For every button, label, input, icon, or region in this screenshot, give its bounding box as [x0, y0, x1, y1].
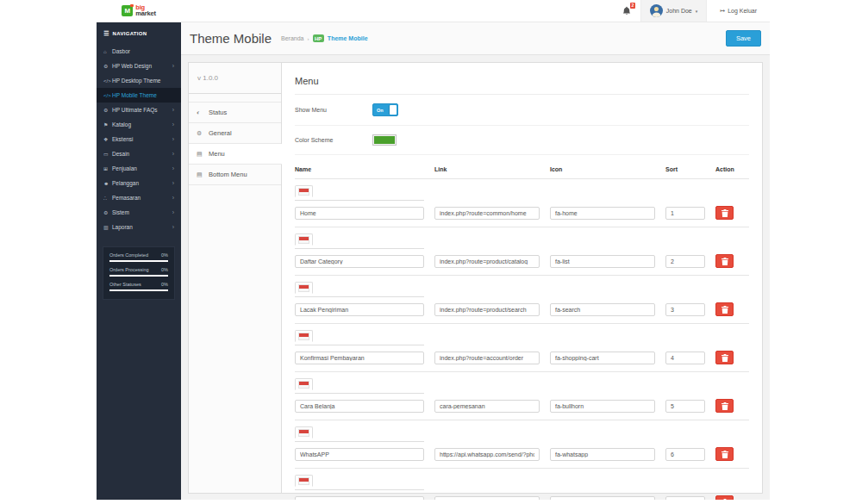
- name-input[interactable]: [295, 303, 424, 316]
- sort-input[interactable]: [665, 496, 705, 501]
- icon-input[interactable]: [550, 303, 655, 316]
- sidebar-item-desain[interactable]: ▭ Desain ›: [97, 146, 181, 161]
- sign-out-icon: ↦: [720, 8, 725, 15]
- sidebar-item-penjualan[interactable]: ⊞ Penjualan ›: [97, 161, 181, 176]
- language-tab[interactable]: [295, 378, 313, 390]
- stat-progress-bar: [109, 260, 168, 262]
- notifications-button[interactable]: 2: [613, 0, 640, 22]
- show-menu-label: Show Menu: [295, 107, 372, 113]
- col-action: Action: [715, 166, 750, 172]
- sort-input[interactable]: [665, 207, 705, 220]
- sidebar-item-icon: ⊞: [103, 165, 112, 171]
- logout-label: Log Keluar: [728, 8, 757, 14]
- sort-input[interactable]: [665, 400, 705, 413]
- icon-input[interactable]: [550, 448, 655, 461]
- name-input[interactable]: [295, 255, 424, 268]
- delete-row-button[interactable]: [715, 447, 734, 461]
- language-tab[interactable]: [295, 475, 313, 487]
- link-input[interactable]: [434, 448, 540, 461]
- link-input[interactable]: [434, 303, 540, 316]
- language-tab[interactable]: [295, 330, 313, 342]
- delete-row-button[interactable]: [715, 254, 734, 268]
- link-input[interactable]: [434, 496, 540, 501]
- language-tab[interactable]: [295, 185, 313, 197]
- icon-input[interactable]: [550, 352, 655, 364]
- menu-row: [295, 469, 749, 500]
- sort-input[interactable]: [665, 448, 705, 461]
- trash-icon: [721, 306, 728, 314]
- stat-label: Other Statuses: [109, 282, 141, 287]
- tab-menu[interactable]: ▤ Menu: [189, 144, 282, 165]
- color-scheme-picker[interactable]: [372, 134, 397, 146]
- color-scheme-label: Color Scheme: [295, 137, 372, 143]
- stat-value: 0%: [161, 282, 168, 287]
- link-input[interactable]: [434, 207, 540, 220]
- show-menu-toggle[interactable]: On: [372, 103, 398, 116]
- sidebar-item-pelanggan[interactable]: ☻ Pelanggan ›: [97, 176, 181, 190]
- tab-general[interactable]: ⚙ General: [189, 123, 281, 144]
- delete-row-button[interactable]: [715, 302, 734, 316]
- color-scheme-swatch: [374, 136, 395, 144]
- link-input[interactable]: [434, 352, 540, 364]
- language-tab-strip: [295, 377, 424, 394]
- sidebar-item-icon: ⚑: [103, 121, 112, 128]
- tab-status[interactable]: ◐ Status: [189, 102, 281, 123]
- sort-input[interactable]: [665, 255, 705, 268]
- chevron-right-icon: ›: [172, 121, 174, 128]
- name-input[interactable]: [295, 400, 424, 413]
- brand-logo[interactable]: M big market: [97, 0, 181, 22]
- sidebar-item-hp-desktop-theme[interactable]: </> HP Desktop Theme ›: [97, 73, 181, 88]
- sidebar-item-icon: ∴: [103, 195, 112, 201]
- menu-row: [295, 372, 749, 420]
- sidebar-item-hp-web-design[interactable]: ⚙ HP Web Design ›: [97, 59, 181, 73]
- logout-button[interactable]: ↦ Log Keluar: [707, 0, 770, 22]
- panel-tab-icon: ⚙: [197, 130, 204, 137]
- sidebar-item-ekstensi[interactable]: ❖ Ekstensi ›: [97, 132, 181, 146]
- sidebar-stat: Orders Completed 0%: [109, 252, 168, 262]
- link-input[interactable]: [434, 255, 540, 268]
- icon-input[interactable]: [550, 496, 655, 501]
- delete-row-button[interactable]: [715, 206, 734, 220]
- icon-input[interactable]: [550, 207, 655, 220]
- chevron-right-icon: ›: [172, 180, 174, 186]
- indonesia-flag-icon: [299, 478, 309, 484]
- stat-progress-bar: [109, 289, 168, 291]
- chevron-right-icon: ›: [172, 195, 174, 201]
- breadcrumb-current[interactable]: Theme Mobile: [328, 35, 368, 41]
- sidebar-item-laporan[interactable]: ▥ Laporan ›: [97, 220, 181, 234]
- icon-input[interactable]: [550, 255, 655, 268]
- sidebar-item-label: Ekstensi: [112, 136, 134, 142]
- menu-row: [295, 179, 749, 227]
- sidebar-item-hp-mobile-theme[interactable]: </> HP Mobile Theme ›: [97, 88, 181, 103]
- sort-input[interactable]: [665, 303, 705, 316]
- name-input[interactable]: [295, 352, 424, 364]
- settings-panel: v 1.0.0 ◐ Status ⚙ General ▤ Menu ▤ Bott…: [188, 62, 763, 494]
- sidebar-header-label: NAVIGATION: [113, 31, 147, 36]
- delete-row-button[interactable]: [715, 399, 734, 413]
- language-tab[interactable]: [295, 282, 313, 294]
- name-input[interactable]: [295, 496, 424, 501]
- breadcrumb: Beranda › HP Theme Mobile: [281, 34, 368, 42]
- breadcrumb-home[interactable]: Beranda: [281, 35, 303, 41]
- delete-row-button[interactable]: [715, 495, 734, 500]
- stat-label: Orders Processing: [109, 267, 149, 272]
- sidebar-item-sistem[interactable]: ⚙ Sistem ›: [97, 205, 181, 220]
- delete-row-button[interactable]: [715, 351, 734, 364]
- brand-text: big market: [135, 5, 155, 16]
- link-input[interactable]: [434, 400, 540, 413]
- user-name: John Doe: [666, 8, 692, 14]
- sidebar-item-pemasaran[interactable]: ∴ Pemasaran ›: [97, 190, 181, 205]
- col-sort: Sort: [665, 166, 705, 172]
- user-menu[interactable]: John Doe ▾: [640, 0, 707, 22]
- name-input[interactable]: [295, 448, 424, 461]
- language-tab[interactable]: [295, 233, 313, 246]
- sort-input[interactable]: [665, 352, 705, 364]
- name-input[interactable]: [295, 207, 424, 220]
- tab-bottom-menu[interactable]: ▤ Bottom Menu: [189, 165, 281, 185]
- language-tab[interactable]: [295, 426, 313, 439]
- save-button[interactable]: Save: [726, 30, 761, 47]
- sidebar-item-hp-ultimate-faqs[interactable]: ⚙ HP Ultimate FAQs ›: [97, 103, 181, 117]
- icon-input[interactable]: [550, 400, 655, 413]
- sidebar-item-dasbor[interactable]: ⌂ Dasbor ›: [97, 44, 181, 59]
- sidebar-item-katalog[interactable]: ⚑ Katalog ›: [97, 117, 181, 132]
